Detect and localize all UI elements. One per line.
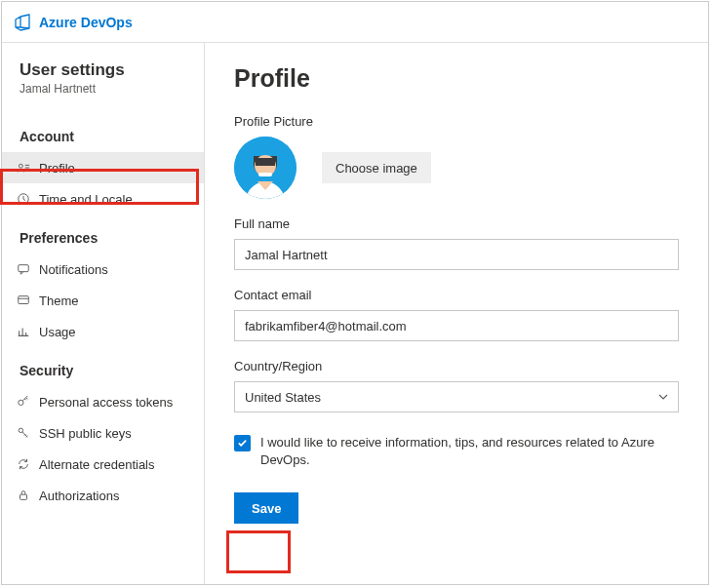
sidebar-item-label: Personal access tokens: [39, 395, 173, 410]
email-input[interactable]: [234, 310, 679, 341]
sidebar-item-label: Theme: [39, 294, 78, 308]
sidebar-item-label: Time and Locale: [39, 192, 133, 207]
svg-rect-12: [256, 158, 275, 166]
sidebar-item-pat[interactable]: Personal access tokens: [2, 386, 204, 417]
sidebar-item-authorizations[interactable]: Authorizations: [2, 480, 204, 511]
sidebar-item-profile[interactable]: Profile: [2, 152, 204, 183]
optin-label: I would like to receive information, tip…: [260, 434, 670, 469]
azure-devops-icon: [14, 14, 31, 31]
choose-image-button[interactable]: Choose image: [322, 152, 431, 183]
svg-rect-9: [20, 494, 27, 499]
sidebar-item-alt-creds[interactable]: Alternate credentials: [2, 449, 204, 480]
sidebar-item-label: Authorizations: [39, 489, 119, 503]
ssh-key-icon: [16, 425, 31, 441]
page-title: Profile: [234, 64, 679, 93]
lock-icon: [16, 488, 31, 503]
main-content: Profile Profile Picture Choose image: [205, 43, 708, 584]
chat-icon: [16, 261, 31, 277]
avatar: [234, 137, 297, 199]
fullname-label: Full name: [234, 216, 679, 231]
key-icon: [16, 394, 31, 410]
sidebar-item-ssh[interactable]: SSH public keys: [2, 417, 204, 449]
sidebar-item-usage[interactable]: Usage: [2, 316, 204, 347]
section-head-security: Security: [2, 353, 204, 386]
brand-name[interactable]: Azure DevOps: [39, 15, 133, 30]
sync-icon: [16, 456, 31, 472]
sidebar: User settings Jamal Hartnett Account Pro…: [2, 43, 205, 584]
sidebar-item-notifications[interactable]: Notifications: [2, 254, 204, 285]
sidebar-item-label: Profile: [39, 161, 75, 176]
fullname-input[interactable]: [234, 239, 679, 270]
svg-rect-4: [19, 265, 29, 272]
sidebar-item-label: Alternate credentials: [39, 457, 155, 472]
svg-point-7: [19, 400, 23, 405]
sidebar-title: User settings: [2, 60, 204, 82]
sidebar-item-time-locale[interactable]: Time and Locale: [2, 183, 204, 215]
email-label: Contact email: [234, 288, 679, 302]
section-head-account: Account: [2, 119, 204, 152]
sidebar-item-label: Notifications: [39, 262, 108, 277]
country-select[interactable]: United States: [234, 381, 679, 412]
section-head-preferences: Preferences: [2, 220, 204, 254]
sidebar-item-theme[interactable]: Theme: [2, 285, 204, 316]
theme-icon: [16, 293, 31, 308]
sidebar-item-label: SSH public keys: [39, 426, 132, 441]
sidebar-subtitle: Jamal Hartnett: [2, 82, 204, 113]
sidebar-item-label: Usage: [39, 325, 76, 339]
svg-point-0: [19, 164, 22, 168]
highlight-save-button: [226, 530, 291, 573]
person-card-icon: [16, 160, 31, 176]
profile-picture-label: Profile Picture: [234, 114, 679, 129]
svg-point-8: [19, 428, 22, 432]
country-select-value: United States: [245, 390, 321, 405]
clock-icon: [16, 191, 31, 207]
optin-checkbox[interactable]: [234, 435, 251, 451]
svg-rect-5: [19, 296, 29, 304]
country-label: Country/Region: [234, 359, 679, 373]
chart-icon: [16, 324, 31, 339]
top-bar: Azure DevOps: [2, 2, 708, 43]
save-button[interactable]: Save: [234, 492, 298, 524]
svg-rect-13: [258, 173, 272, 176]
